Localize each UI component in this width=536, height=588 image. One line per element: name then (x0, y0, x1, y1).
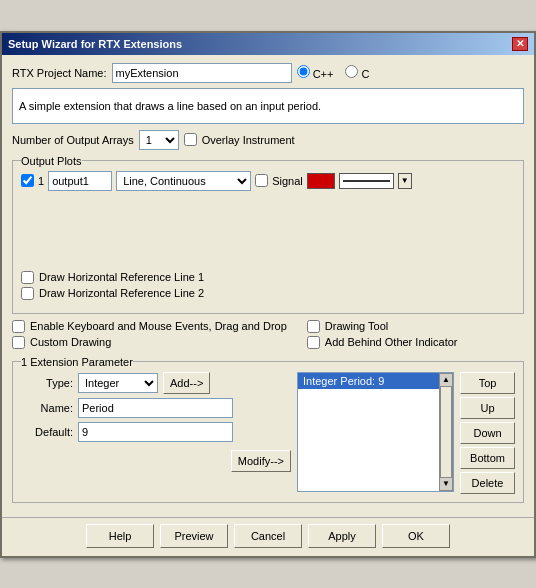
add-behind-row: Add Behind Other Indicator (307, 336, 458, 349)
close-button[interactable]: ✕ (512, 37, 528, 51)
description-text: A simple extension that draws a line bas… (19, 100, 321, 112)
project-name-input[interactable] (112, 63, 292, 83)
custom-drawing-label: Custom Drawing (30, 336, 111, 348)
param-inner: Type: Integer Double String Add--> Name: (21, 372, 515, 494)
overlay-instrument-label: Overlay Instrument (202, 134, 295, 146)
keyboard-events-label: Enable Keyboard and Mouse Events, Drag a… (30, 320, 287, 332)
language-radio-group: C++ C (297, 65, 370, 80)
param-side-buttons: Top Up Down Bottom Delete (460, 372, 515, 494)
param-section: 1 Extension Parameter Type: Integer Doub… (12, 356, 524, 503)
plots-box: 1 Line, Continuous Line, Noncontinuous H… (21, 171, 515, 261)
options-checkboxes: Enable Keyboard and Mouse Events, Drag a… (12, 320, 524, 352)
description-box: A simple extension that draws a line bas… (12, 88, 524, 124)
drawing-tool-row: Drawing Tool (307, 320, 458, 333)
output-plots-legend: Output Plots (21, 155, 82, 167)
horiz-ref-2-checkbox[interactable] (21, 287, 34, 300)
down-button[interactable]: Down (460, 422, 515, 444)
options-left: Enable Keyboard and Mouse Events, Drag a… (12, 320, 287, 352)
keyboard-events-checkbox[interactable] (12, 320, 25, 333)
scroll-down-arrow[interactable]: ▼ (440, 478, 452, 490)
default-label: Default: (21, 426, 73, 438)
scroll-thumb[interactable] (440, 386, 452, 478)
horiz-ref-2-label: Draw Horizontal Reference Line 2 (39, 287, 204, 299)
param-list-item-1[interactable]: Integer Period: 9 (298, 373, 453, 389)
overlay-instrument-checkbox[interactable] (184, 133, 197, 146)
param-type-row: Type: Integer Double String Add--> (21, 372, 291, 394)
plot-row-1: 1 Line, Continuous Line, Noncontinuous H… (21, 171, 515, 191)
scroll-up-arrow[interactable]: ▲ (440, 374, 452, 386)
c-radio-label[interactable]: C (345, 65, 369, 80)
project-name-row: RTX Project Name: C++ C (12, 63, 524, 83)
type-label: Type: (21, 377, 73, 389)
add-button[interactable]: Add--> (163, 372, 210, 394)
up-button[interactable]: Up (460, 397, 515, 419)
modify-button[interactable]: Modify--> (231, 450, 291, 472)
cancel-button[interactable]: Cancel (234, 524, 302, 548)
plot-1-name-input[interactable] (48, 171, 112, 191)
custom-drawing-checkbox[interactable] (12, 336, 25, 349)
output-plots-section: Output Plots 1 Line, Continuous Line, No… (12, 155, 524, 314)
title-bar: Setup Wizard for RTX Extensions ✕ (2, 33, 534, 55)
default-input[interactable] (78, 422, 233, 442)
name-label: Name: (21, 402, 73, 414)
param-name-row: Name: (21, 398, 291, 418)
num-arrays-row: Number of Output Arrays 1 2 3 Overlay In… (12, 130, 524, 150)
plot-1-signal-checkbox[interactable] (255, 174, 268, 187)
apply-button[interactable]: Apply (308, 524, 376, 548)
plot-1-checkbox[interactable] (21, 174, 34, 187)
add-behind-label: Add Behind Other Indicator (325, 336, 458, 348)
help-button[interactable]: Help (86, 524, 154, 548)
project-name-label: RTX Project Name: (12, 67, 107, 79)
top-button[interactable]: Top (460, 372, 515, 394)
horiz-ref-1-label: Draw Horizontal Reference Line 1 (39, 271, 204, 283)
cpp-radio[interactable] (297, 65, 310, 78)
name-input[interactable] (78, 398, 233, 418)
custom-drawing-row: Custom Drawing (12, 336, 287, 349)
horiz-ref-area: Draw Horizontal Reference Line 1 Draw Ho… (21, 265, 515, 305)
plot-1-color-swatch[interactable] (307, 173, 335, 189)
bottom-button[interactable]: Bottom (460, 447, 515, 469)
preview-button[interactable]: Preview (160, 524, 228, 548)
num-arrays-label: Number of Output Arrays (12, 134, 134, 146)
param-default-row: Default: (21, 422, 291, 442)
keyboard-events-row: Enable Keyboard and Mouse Events, Drag a… (12, 320, 287, 333)
c-radio[interactable] (345, 65, 358, 78)
param-list-box[interactable]: Integer Period: 9 ▲ ▼ (297, 372, 454, 492)
horiz-ref-2-row: Draw Horizontal Reference Line 2 (21, 287, 515, 300)
bottom-buttons-bar: Help Preview Cancel Apply OK (2, 517, 534, 556)
plot-1-swatch-dropdown[interactable]: ▼ (398, 173, 412, 189)
param-left: Type: Integer Double String Add--> Name: (21, 372, 291, 494)
plot-1-signal-label: Signal (272, 175, 303, 187)
plot-1-num: 1 (38, 175, 44, 187)
drawing-tool-label: Drawing Tool (325, 320, 388, 332)
drawing-tool-checkbox[interactable] (307, 320, 320, 333)
cpp-radio-label[interactable]: C++ (297, 65, 334, 80)
horiz-ref-1-checkbox[interactable] (21, 271, 34, 284)
num-arrays-select[interactable]: 1 2 3 (139, 130, 179, 150)
add-behind-checkbox[interactable] (307, 336, 320, 349)
main-window: Setup Wizard for RTX Extensions ✕ RTX Pr… (0, 31, 536, 558)
param-section-title: 1 Extension Parameter (21, 356, 133, 368)
ok-button[interactable]: OK (382, 524, 450, 548)
plot-1-line-swatch[interactable] (339, 173, 394, 189)
type-select[interactable]: Integer Double String (78, 373, 158, 393)
window-title: Setup Wizard for RTX Extensions (8, 38, 182, 50)
horiz-ref-1-row: Draw Horizontal Reference Line 1 (21, 271, 515, 284)
delete-button[interactable]: Delete (460, 472, 515, 494)
param-list-scrollbar[interactable]: ▲ ▼ (439, 373, 453, 491)
options-right: Drawing Tool Add Behind Other Indicator (307, 320, 458, 352)
plot-1-type-select[interactable]: Line, Continuous Line, Noncontinuous His… (116, 171, 251, 191)
